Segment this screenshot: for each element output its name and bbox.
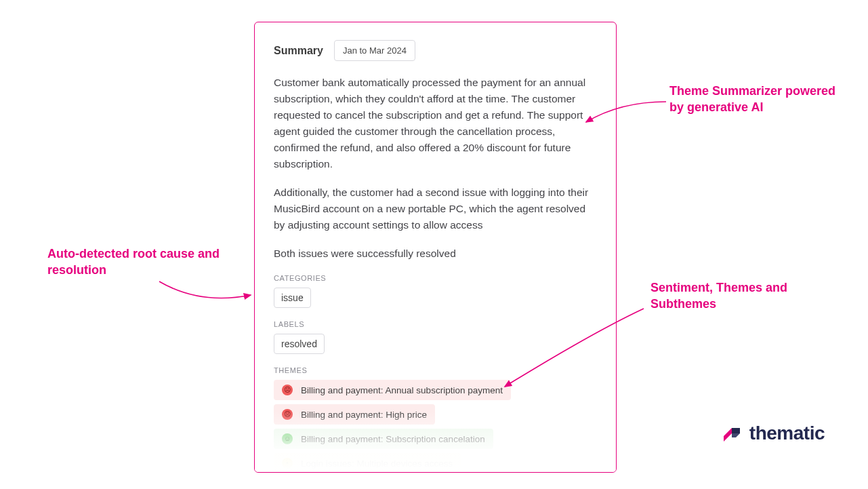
- themes-label: THEMES: [274, 366, 597, 374]
- summary-header: Summary Jan to Mar 2024: [274, 40, 597, 61]
- summary-title: Summary: [274, 45, 323, 57]
- theme-text: Billing and payment: Annual subscription…: [301, 385, 503, 395]
- annotation-sentiment-themes: Sentiment, Themes and Subthemes: [650, 279, 806, 313]
- theme-row[interactable]: ☹Billing and payment: High price: [274, 404, 435, 425]
- sentiment-neu-icon: •: [282, 458, 293, 469]
- sentiment-pos-icon: ☺: [282, 433, 293, 444]
- label-chip[interactable]: resolved: [274, 334, 325, 354]
- svg-marker-0: [724, 428, 732, 442]
- date-range-selector[interactable]: Jan to Mar 2024: [334, 40, 415, 61]
- thematic-logo: thematic: [721, 421, 825, 446]
- sentiment-neg-icon: ☹: [282, 385, 293, 395]
- theme-row[interactable]: •Login issues: Multiple devices access: [274, 453, 461, 473]
- theme-text: Billing and payment: High price: [301, 410, 427, 420]
- summary-card: Summary Jan to Mar 2024 Customer bank au…: [254, 22, 617, 473]
- thematic-logo-text: thematic: [749, 423, 825, 444]
- themes-list: ☹Billing and payment: Annual subscriptio…: [274, 380, 597, 473]
- theme-row[interactable]: ☹Billing and payment: Annual subscriptio…: [274, 380, 511, 400]
- category-chip[interactable]: issue: [274, 288, 311, 308]
- categories-label: CATEGORIES: [274, 274, 597, 282]
- summary-paragraph-1: Customer bank automatically processed th…: [274, 75, 597, 172]
- theme-row[interactable]: ☺Billing and payment: Subscription cance…: [274, 429, 493, 449]
- annotation-root-cause: Auto-detected root cause and resolution: [47, 246, 224, 279]
- theme-text: Login issues: Multiple devices access: [301, 458, 453, 469]
- summary-paragraph-3: Both issues were successfully resolved: [274, 246, 597, 262]
- labels-label: LABELS: [274, 320, 597, 328]
- summary-paragraph-2: Additionally, the customer had a second …: [274, 184, 597, 233]
- sentiment-neg-icon: ☹: [282, 409, 293, 420]
- thematic-logo-mark: [721, 421, 743, 446]
- svg-marker-2: [732, 433, 740, 437]
- theme-text: Billing and payment: Subscription cancel…: [301, 434, 485, 444]
- annotation-theme-summarizer: Theme Summarizer powered by generative A…: [669, 83, 846, 116]
- svg-marker-1: [732, 428, 740, 433]
